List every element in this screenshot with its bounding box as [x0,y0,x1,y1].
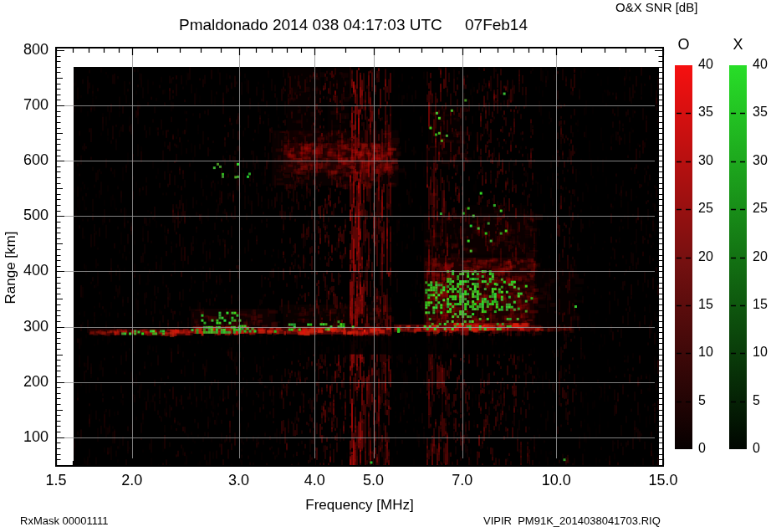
colorbar-mode-label: O [666,37,701,54]
y-tick-label: 500 [8,207,49,224]
x-tick-label: 4.0 [293,473,336,489]
y-tick-label: 600 [8,152,49,169]
x-tick-label: 3.0 [217,473,261,489]
colorbar-tick-label: 25 [698,201,727,216]
colorbar-title: O&X SNR [dB] [615,1,697,15]
colorbar-mode-label: X [721,37,755,54]
x-tick-label: 1.5 [34,473,78,489]
colorbar-tick-label: 25 [753,201,771,216]
y-tick-label: 400 [8,263,49,279]
y-tick-label: 200 [8,374,49,391]
colorbar-tick-label: 40 [753,57,771,72]
x-axis-label: Frequency [MHz] [276,498,443,514]
y-tick-label: 700 [8,97,49,114]
colorbar-tick-label: 35 [698,105,727,120]
colorbar-tick-label: 40 [698,57,727,72]
ionogram-plot-canvas [0,0,771,532]
colorbar-tick-label: 20 [698,249,727,264]
x-tick-label: 15.0 [641,473,685,489]
y-tick-label: 300 [8,319,49,335]
colorbar-tick-label: 15 [698,297,727,312]
page-title: Pmaldonado 2014 038 04:17:03 UTC [179,17,442,34]
y-tick-label: 100 [8,429,49,446]
data-filename-text: VIPIR PM91K_2014038041703.RIQ [483,515,661,527]
colorbar-tick-label: 10 [698,345,727,360]
colorbar-tick-label: 0 [698,441,727,456]
colorbar-tick-label: 20 [753,249,771,264]
colorbar-tick-label: 30 [753,153,771,168]
title-date: 07Feb14 [465,17,528,34]
colorbar-tick-label: 30 [698,153,727,168]
x-tick-label: 7.0 [441,473,484,489]
colorbar-tick-label: 15 [753,297,771,312]
x-tick-label: 10.0 [534,473,578,489]
colorbar-tick-label: 5 [698,393,727,408]
colorbar-tick-label: 35 [753,105,771,120]
rxmask-status-text: RxMask 00001111 [20,515,109,527]
colorbar-tick-label: 10 [753,345,771,360]
x-tick-label: 5.0 [352,473,396,489]
colorbar-tick-label: 5 [753,393,771,408]
ionogram-app: Pmaldonado 2014 038 04:17:03 UTC 07Feb14… [0,0,771,532]
y-tick-label: 800 [8,42,49,59]
colorbar-tick-label: 0 [753,441,771,456]
x-tick-label: 2.0 [110,473,154,489]
